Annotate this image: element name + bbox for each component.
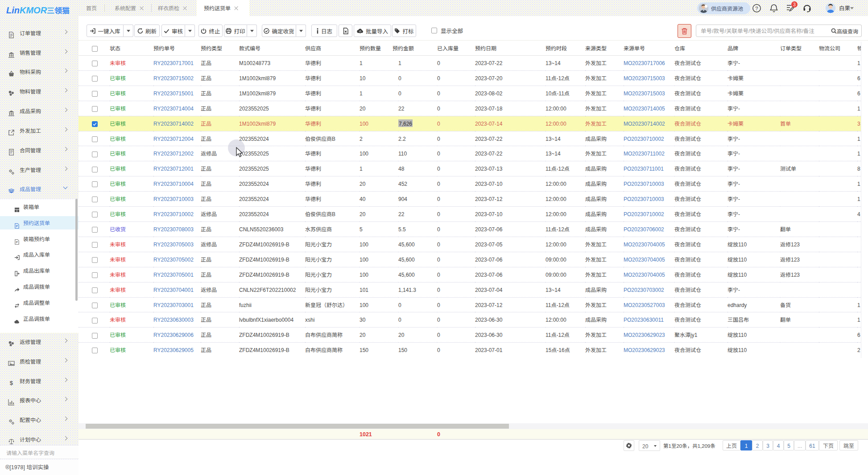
svg-text:P: P xyxy=(16,224,18,228)
svg-text:P: P xyxy=(16,240,18,244)
svg-text:?: ? xyxy=(755,6,758,11)
svg-text:$: $ xyxy=(10,380,13,386)
